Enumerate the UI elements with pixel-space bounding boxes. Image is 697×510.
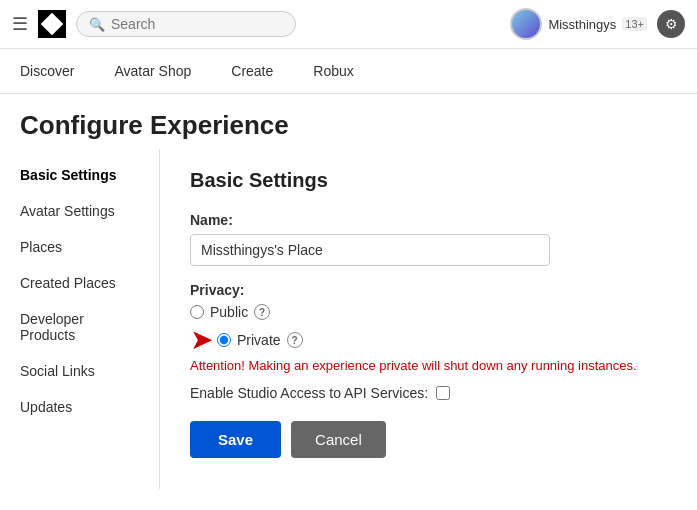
gear-icon: ⚙ xyxy=(665,16,678,32)
page-title: Configure Experience xyxy=(20,110,677,141)
sidebar-item-basic-settings[interactable]: Basic Settings xyxy=(0,157,159,193)
help-icon-public[interactable]: ? xyxy=(254,304,270,320)
sidebar-item-social-links[interactable]: Social Links xyxy=(0,353,159,389)
studio-access-checkbox[interactable] xyxy=(436,386,450,400)
secondary-nav: Discover Avatar Shop Create Robux xyxy=(0,49,697,94)
avatar xyxy=(510,8,542,40)
radio-private[interactable] xyxy=(217,333,231,347)
privacy-private-row: ➤ Private ? xyxy=(190,326,667,354)
radio-public[interactable] xyxy=(190,305,204,319)
top-bar: ☰ 🔍 Missthingys 13+ ⚙ xyxy=(0,0,697,49)
roblox-logo-inner xyxy=(41,13,64,36)
help-icon-private[interactable]: ? xyxy=(287,332,303,348)
cancel-button[interactable]: Cancel xyxy=(291,421,386,458)
studio-access-label: Enable Studio Access to API Services: xyxy=(190,385,428,401)
age-badge: 13+ xyxy=(622,17,647,31)
red-arrow-icon: ➤ xyxy=(190,326,213,354)
attention-text: Attention! Making an experience private … xyxy=(190,358,667,373)
avatar-area[interactable]: Missthingys 13+ xyxy=(510,8,647,40)
sidebar-item-created-places[interactable]: Created Places xyxy=(0,265,159,301)
name-label: Name: xyxy=(190,212,667,228)
sidebar-item-developer-products[interactable]: Developer Products xyxy=(0,301,159,353)
page-title-area: Configure Experience xyxy=(0,94,697,149)
nav-discover[interactable]: Discover xyxy=(20,59,74,83)
privacy-public-row: Public ? xyxy=(190,304,667,320)
nav-create[interactable]: Create xyxy=(231,59,273,83)
nav-robux[interactable]: Robux xyxy=(313,59,353,83)
radio-private-row: Private ? xyxy=(217,332,303,348)
section-title: Basic Settings xyxy=(190,169,667,192)
hamburger-icon[interactable]: ☰ xyxy=(12,13,28,35)
privacy-label: Privacy: xyxy=(190,282,667,298)
save-button[interactable]: Save xyxy=(190,421,281,458)
sidebar-item-avatar-settings[interactable]: Avatar Settings xyxy=(0,193,159,229)
top-bar-left: ☰ 🔍 xyxy=(12,10,500,38)
button-row: Save Cancel xyxy=(190,421,667,458)
sidebar-item-places[interactable]: Places xyxy=(0,229,159,265)
username-text: Missthingys xyxy=(548,17,616,32)
name-group: Name: xyxy=(190,212,667,266)
top-bar-right: Missthingys 13+ ⚙ xyxy=(510,8,685,40)
privacy-public-label: Public xyxy=(210,304,248,320)
name-input[interactable] xyxy=(190,234,550,266)
main-layout: Basic Settings Avatar Settings Places Cr… xyxy=(0,149,697,489)
privacy-group: Privacy: Public ? ➤ Private ? Attention!… xyxy=(190,282,667,373)
content-area: Basic Settings Name: Privacy: Public ? ➤… xyxy=(160,149,697,489)
gear-icon-button[interactable]: ⚙ xyxy=(657,10,685,38)
studio-access-row: Enable Studio Access to API Services: xyxy=(190,385,667,401)
roblox-logo[interactable] xyxy=(38,10,66,38)
search-bar: 🔍 xyxy=(76,11,296,37)
sidebar-item-updates[interactable]: Updates xyxy=(0,389,159,425)
search-input[interactable] xyxy=(111,16,283,32)
privacy-private-label: Private xyxy=(237,332,281,348)
nav-avatar-shop[interactable]: Avatar Shop xyxy=(114,59,191,83)
search-icon: 🔍 xyxy=(89,17,105,32)
sidebar: Basic Settings Avatar Settings Places Cr… xyxy=(0,149,160,489)
